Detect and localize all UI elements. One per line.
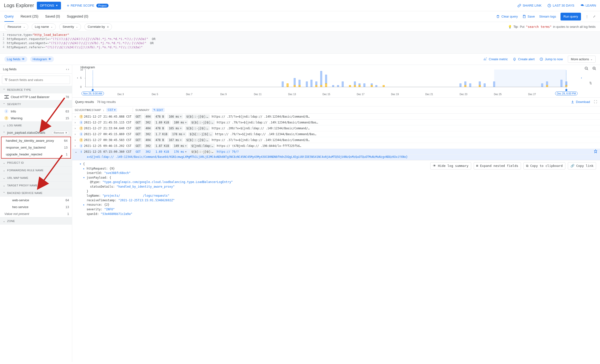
row-method[interactable]: GET [134,126,142,131]
section-forwarding-rule[interactable]: ⌄FORWARDING RULE NAME [0,167,72,174]
row-method[interactable]: GET [134,132,142,136]
row-size[interactable]: 478 B [154,114,166,119]
col-summary[interactable]: SUMMARY ✎EDIT [133,108,598,112]
row-latency[interactable]: 149 ms ≡ [172,144,188,148]
tab-suggested[interactable]: Suggested (0) [67,11,88,22]
section-zone[interactable]: ⌄ZONE [0,217,72,225]
run-query-button[interactable]: Run query [560,13,581,20]
row-query-frag[interactable]: ${${::-j}${:… [185,114,210,119]
create-alert-button[interactable]: Create alert [513,57,535,61]
filter-logname[interactable]: Log name⌄ [32,23,56,30]
share-link-button[interactable]: SHARE LINK [517,4,541,8]
row-status[interactable]: 302 [144,120,152,125]
col-severity[interactable]: SEVERITY [75,109,85,111]
section-target-proxy[interactable]: ⌄TARGET PROXY NAME [0,182,72,189]
log-row[interactable]: › ! 2021-12-27 21:46:45.888 CST GET 404 … [72,114,600,120]
clear-query-button[interactable]: Clear query [496,15,518,19]
row-latency[interactable]: 178 ms ≡ [171,132,186,136]
row-method[interactable]: GET [134,144,142,148]
field-response-backend[interactable]: response_sent_by_backend13 [1,144,70,151]
row-expand-icon[interactable]: › [75,121,79,124]
col-timestamp[interactable]: TIMESTAMP ↓ CST ▾ [85,108,133,112]
row-method[interactable]: GET [134,120,142,125]
row-query-frag[interactable]: ${${::-j}${:… [185,126,210,131]
more-actions-button[interactable]: More actions⌄ [568,56,596,63]
edit-summary-button[interactable]: ✎EDIT [152,108,165,112]
chip-log-fields[interactable]: Log fields👁 [4,56,27,62]
row-latency[interactable]: 176 ms ≡ [172,150,188,154]
row-expand-icon[interactable]: › [75,144,79,148]
section-backend-service[interactable]: ⌃BACKEND SERVICE NAME [0,189,72,197]
field-web-service[interactable]: web-service64 [0,197,72,203]
panel-swap-icon[interactable]: ‹ › [66,67,69,71]
row-expand-icon[interactable]: › [75,127,79,130]
row-expand-icon[interactable]: › [75,115,79,118]
row-query-frag[interactable]: ${jndi:ldap:… [190,144,215,148]
latency-options-icon[interactable]: ≡ [185,144,187,147]
row-size[interactable]: 1.7 KiB [154,132,169,136]
row-method[interactable]: GET [134,114,142,119]
row-query-frag[interactable]: ${${::-j}${:… [188,132,213,136]
remove-field-button[interactable]: Remove✕ [52,131,69,135]
log-row[interactable]: › ! 2021-12-27 21:33:04.640 CST GET 404 … [72,125,600,131]
row-query-frag[interactable]: ${${::-j}${:… [190,150,215,154]
field-sev-info[interactable]: iInfo63 [0,108,72,115]
filter-severity[interactable]: Severity⌄ [59,23,81,30]
row-query-frag[interactable]: ${${::-j}${:… [185,138,210,142]
section-severity[interactable]: ⌃SEVERITY [0,101,72,108]
field-upgrade-rejected[interactable]: upgrade_header_rejected1 [1,151,70,158]
row-method[interactable]: GET [134,138,142,142]
row-latency[interactable]: 180 ms ≡ [172,120,188,125]
row-expand-icon[interactable]: › [75,138,79,142]
expand-nested-button[interactable]: ⊞ Expand nested fields [474,162,521,170]
row-status[interactable]: 302 [144,144,152,148]
log-row[interactable]: › ! 2021-12-27 00:38:45.583 CST GET 404 … [72,137,600,143]
download-button[interactable]: Download [570,100,590,104]
row-query-frag[interactable]: ${${::-j}${:… [190,120,215,125]
log-row[interactable]: › i 2021-12-25 09:46:15.202 CST GET 302 … [72,143,600,149]
copy-clipboard-button[interactable]: ⧉ Copy to clipboard [523,162,565,170]
chip-histogram[interactable]: Histogram👁 [30,56,54,62]
row-expand-icon[interactable]: › [75,132,79,136]
save-button[interactable]: Save [522,15,535,19]
tab-recent[interactable]: Recent (25) [20,11,38,22]
filter-correlate[interactable]: Correlate by+ [84,23,112,30]
histogram-expand-icon[interactable]: ⇅ [589,81,592,85]
histogram-next[interactable]: › [579,65,584,90]
histogram-chart[interactable]: 0 5 10 [85,70,566,87]
row-status[interactable]: 302 [144,150,152,154]
row-size[interactable]: 478 B [154,126,166,131]
time-range-button[interactable]: LAST 30 DAYS [547,4,574,8]
latency-options-icon[interactable]: ≡ [180,115,181,118]
fields-search-field[interactable] [8,78,68,82]
tab-query[interactable]: Query [4,11,14,22]
tab-saved[interactable]: Saved (0) [45,11,60,22]
filter-resource[interactable]: Resource⌄ [4,23,28,30]
fields-search-input[interactable] [2,76,70,84]
row-status[interactable]: 404 [144,138,152,142]
latency-options-icon[interactable]: ≡ [185,121,187,124]
latency-options-icon[interactable]: ≡ [180,127,181,130]
section-url-map[interactable]: ⌄URL MAP NAME [0,174,72,182]
field-handled-by-iap[interactable]: handled_by_identity_aware_proxy64 [1,137,70,144]
row-expand-icon[interactable]: ⌄ [75,150,79,153]
latency-options-icon[interactable]: ≡ [180,139,181,141]
pin-icon[interactable] [594,149,598,154]
tabs-more-icon[interactable]: ⋮ [585,15,589,18]
row-latency[interactable]: 166 ms ≡ [167,114,183,119]
log-row[interactable]: ⌄ i 2021-12-25 07:15:00.360 CST GET 302 … [72,149,600,155]
row-latency[interactable]: 167 ms ≡ [167,138,183,142]
row-size[interactable]: 1.69 KiB [154,120,170,125]
section-status-details[interactable]: ⌃ json_payload.statusDetails Remove✕ [0,129,72,136]
learn-button[interactable]: LEARN [580,4,596,8]
results-expand-icon[interactable]: ⛶ [594,100,597,104]
row-method[interactable]: GET [134,150,142,154]
timezone-chip[interactable]: CST ▾ [106,108,117,112]
tabs-expand-icon[interactable]: ⤢ [593,15,596,18]
log-row[interactable]: › i 2021-12-27 21:45:55.115 CST GET 302 … [72,120,600,125]
zoom-out-icon[interactable] [584,66,589,71]
jump-to-now-button[interactable]: Jump to now [540,57,563,61]
stream-logs-button[interactable]: Stream logs [539,15,556,18]
section-log-name[interactable]: ⌄LOG NAME [0,122,72,129]
field-cloud-lb[interactable]: Cloud HTTP Load Balancer 78 [0,93,72,100]
